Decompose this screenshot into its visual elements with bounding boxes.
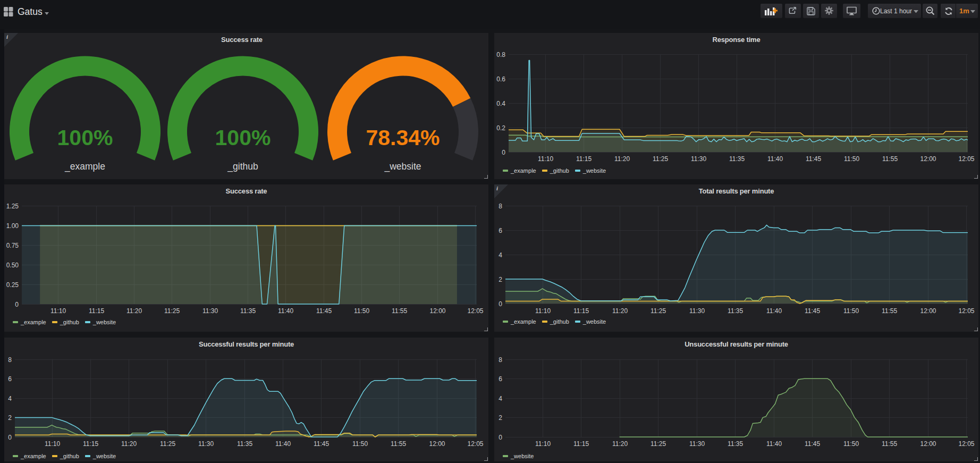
svg-text:4: 4 xyxy=(499,251,502,259)
svg-text:11:40: 11:40 xyxy=(275,440,291,448)
svg-text:11:40: 11:40 xyxy=(278,307,293,315)
svg-text:0.75: 0.75 xyxy=(6,242,19,249)
svg-text:11:20: 11:20 xyxy=(612,440,628,448)
svg-text:11:15: 11:15 xyxy=(573,440,589,448)
svg-text:0.25: 0.25 xyxy=(6,281,19,289)
svg-text:11:30: 11:30 xyxy=(198,440,214,448)
svg-text:11:50: 11:50 xyxy=(844,155,859,163)
svg-text:_example: _example xyxy=(64,161,105,172)
svg-text:2: 2 xyxy=(499,414,502,422)
svg-text:78.34%: 78.34% xyxy=(366,125,440,150)
svg-text:2: 2 xyxy=(499,276,502,283)
svg-text:11:40: 11:40 xyxy=(766,440,782,448)
svg-text:11:40: 11:40 xyxy=(767,155,783,163)
svg-text:11:35: 11:35 xyxy=(237,440,252,448)
svg-text:11:25: 11:25 xyxy=(650,440,666,448)
svg-text:11:45: 11:45 xyxy=(805,307,820,315)
svg-text:11:55: 11:55 xyxy=(882,155,898,163)
svg-text:11:15: 11:15 xyxy=(573,307,589,315)
svg-text:12:00: 12:00 xyxy=(920,307,936,315)
svg-text:0.50: 0.50 xyxy=(6,262,19,269)
svg-text:11:45: 11:45 xyxy=(316,307,332,315)
svg-text:12:00: 12:00 xyxy=(920,440,936,448)
svg-text:11:50: 11:50 xyxy=(352,440,368,448)
svg-text:12:05: 12:05 xyxy=(467,307,483,315)
svg-text:11:45: 11:45 xyxy=(806,155,821,163)
svg-text:11:20: 11:20 xyxy=(612,307,628,315)
svg-text:11:35: 11:35 xyxy=(728,440,743,448)
svg-text:11:35: 11:35 xyxy=(240,307,256,315)
svg-text:0: 0 xyxy=(499,434,502,441)
svg-text:12:00: 12:00 xyxy=(429,307,445,315)
svg-text:11:30: 11:30 xyxy=(691,155,706,163)
svg-text:8: 8 xyxy=(499,203,502,210)
svg-text:8: 8 xyxy=(499,356,502,364)
svg-text:11:30: 11:30 xyxy=(202,307,218,315)
svg-text:4: 4 xyxy=(8,395,12,402)
svg-text:0: 0 xyxy=(499,300,502,308)
svg-text:12:05: 12:05 xyxy=(958,307,974,315)
svg-text:11:10: 11:10 xyxy=(535,307,551,315)
svg-text:11:50: 11:50 xyxy=(843,440,859,448)
svg-text:12:05: 12:05 xyxy=(467,440,483,448)
svg-text:12:00: 12:00 xyxy=(429,440,445,448)
svg-text:4: 4 xyxy=(499,395,502,402)
svg-text:1.00: 1.00 xyxy=(6,222,19,230)
svg-text:11:55: 11:55 xyxy=(392,307,407,315)
svg-text:11:35: 11:35 xyxy=(728,307,743,315)
svg-text:11:20: 11:20 xyxy=(126,307,142,315)
svg-text:11:45: 11:45 xyxy=(314,440,329,448)
svg-text:11:25: 11:25 xyxy=(650,307,666,315)
svg-text:11:20: 11:20 xyxy=(614,155,630,163)
svg-text:_github: _github xyxy=(227,161,258,172)
svg-text:11:50: 11:50 xyxy=(843,307,859,315)
svg-text:11:20: 11:20 xyxy=(121,440,137,448)
svg-text:100%: 100% xyxy=(57,125,113,150)
svg-text:0: 0 xyxy=(8,434,12,441)
svg-text:11:10: 11:10 xyxy=(535,440,551,448)
svg-text:6: 6 xyxy=(499,375,502,383)
svg-text:0.2: 0.2 xyxy=(496,124,505,132)
svg-text:11:40: 11:40 xyxy=(766,307,782,315)
svg-text:11:50: 11:50 xyxy=(354,307,369,315)
svg-text:12:05: 12:05 xyxy=(958,155,974,163)
svg-text:12:00: 12:00 xyxy=(920,155,936,163)
svg-text:11:25: 11:25 xyxy=(160,440,175,448)
svg-text:11:15: 11:15 xyxy=(576,155,592,163)
svg-text:11:55: 11:55 xyxy=(882,307,897,315)
svg-text:11:25: 11:25 xyxy=(164,307,180,315)
svg-text:11:10: 11:10 xyxy=(45,440,60,448)
svg-text:0.6: 0.6 xyxy=(496,75,505,83)
svg-text:0.8: 0.8 xyxy=(496,51,505,58)
svg-text:8: 8 xyxy=(8,356,12,364)
svg-text:0.4: 0.4 xyxy=(496,100,505,107)
svg-text:11:35: 11:35 xyxy=(729,155,745,163)
svg-text:11:30: 11:30 xyxy=(689,307,705,315)
svg-text:11:10: 11:10 xyxy=(538,155,553,163)
svg-text:11:55: 11:55 xyxy=(882,440,897,448)
svg-text:11:30: 11:30 xyxy=(689,440,705,448)
svg-text:11:15: 11:15 xyxy=(89,307,104,315)
svg-text:11:45: 11:45 xyxy=(805,440,820,448)
svg-text:100%: 100% xyxy=(215,125,271,150)
svg-text:11:25: 11:25 xyxy=(653,155,668,163)
svg-text:11:55: 11:55 xyxy=(391,440,406,448)
svg-text:12:05: 12:05 xyxy=(958,440,974,448)
svg-text:11:15: 11:15 xyxy=(83,440,98,448)
svg-text:11:10: 11:10 xyxy=(50,307,66,315)
svg-text:2: 2 xyxy=(8,414,12,422)
svg-text:_website: _website xyxy=(384,161,421,172)
svg-text:0: 0 xyxy=(502,149,505,156)
svg-text:6: 6 xyxy=(499,227,502,234)
svg-text:1.25: 1.25 xyxy=(6,203,19,210)
svg-text:0: 0 xyxy=(15,301,19,308)
svg-text:6: 6 xyxy=(8,375,12,383)
